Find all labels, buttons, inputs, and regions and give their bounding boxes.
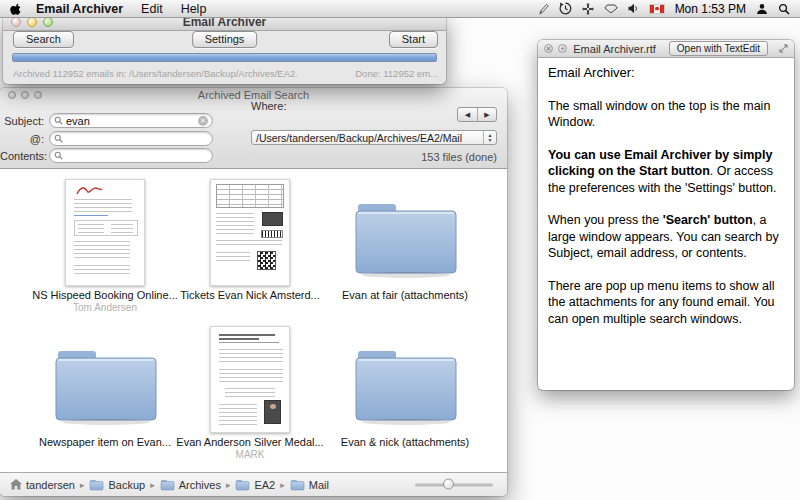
forward-button[interactable]: ▶ <box>477 108 496 121</box>
quicklook-title: Email Archiver.rtf <box>573 43 656 55</box>
archived-email-search-window: Archived Email Search Subject: evan ✕ @:… <box>0 88 507 496</box>
subject-search-field[interactable]: evan ✕ <box>49 113 213 128</box>
document-thumbnail-article[interactable] <box>210 326 290 433</box>
desktop: { "menubar": { "app_name": "Email Archiv… <box>0 0 800 500</box>
popup-stepper-icon: ▲▼ <box>483 131 496 144</box>
item-label: Evan & nick (attachments) <box>341 436 469 448</box>
search-window-header: Archived Email Search Subject: evan ✕ @:… <box>0 88 507 169</box>
canada-flag-icon[interactable] <box>649 4 665 14</box>
close-button[interactable] <box>8 91 16 99</box>
where-value: /Users/tandersen/Backup/Archives/EA2/Mai… <box>252 132 483 144</box>
list-item[interactable]: Newspaper item on Evan... <box>30 323 180 460</box>
path-separator: ▸ <box>150 480 155 490</box>
expand-icon[interactable] <box>779 44 788 53</box>
path-separator: ▸ <box>226 480 231 490</box>
zoom-button[interactable] <box>43 17 53 27</box>
quicklook-window: ✕ + Email Archiver.rtf Open with TextEdi… <box>538 40 794 390</box>
address-search-field[interactable] <box>49 131 213 146</box>
search-icon <box>54 116 63 125</box>
item-label: Newspaper item on Evan... <box>39 436 171 448</box>
minimize-button[interactable] <box>27 17 37 27</box>
menu-app-name[interactable]: Email Archiver <box>36 2 123 16</box>
menu-clock[interactable]: Mon 1:53 PM <box>675 2 746 16</box>
move-arrows-icon[interactable] <box>582 3 594 15</box>
subject-label: Subject: <box>0 115 44 127</box>
icon-size-slider[interactable] <box>415 483 493 486</box>
fullscreen-icon[interactable]: + <box>558 44 567 53</box>
volume-icon[interactable] <box>628 3 639 14</box>
menu-bar: Email Archiver Edit Help Mon 1:53 PM <box>0 0 800 18</box>
where-label: Where: <box>251 100 286 112</box>
path-item-home[interactable]: tandersen <box>10 479 75 491</box>
document-thumbnail-booking[interactable] <box>65 179 145 286</box>
status-text-left: Archived 112952 emails in: /Users/tander… <box>13 68 298 79</box>
doc-paragraph: When you press the 'Search' button, a la… <box>548 212 784 262</box>
minimize-button[interactable] <box>21 91 29 99</box>
home-icon <box>10 479 22 490</box>
search-button[interactable]: Search <box>13 31 74 48</box>
folder-icon <box>89 479 104 491</box>
list-item[interactable]: Tickets Evan Nick Amsterd... <box>175 176 325 313</box>
red-logo-scribble <box>75 184 103 197</box>
pen-tablet-icon[interactable] <box>538 3 549 15</box>
path-bar: tandersen ▸ Backup ▸ Archives ▸ EA2 ▸ Ma… <box>0 472 507 496</box>
document-thumbnail-ticket[interactable] <box>210 179 290 286</box>
folder-icon <box>235 479 250 491</box>
doc-heading: Email Archiver: <box>548 65 784 82</box>
folder-icon <box>290 479 305 491</box>
apple-menu-icon[interactable] <box>10 2 22 16</box>
menu-help[interactable]: Help <box>181 2 207 16</box>
quicklook-document-body: Email Archiver: The small window on the … <box>538 58 794 350</box>
item-label: NS Hispeed Booking Online... <box>32 289 178 301</box>
contents-label: Contents: <box>0 150 44 162</box>
contents-search-field[interactable] <box>49 148 213 163</box>
path-separator: ▸ <box>80 480 85 490</box>
status-text-right: Done: 112952 em... <box>355 68 438 79</box>
back-forward-control: ◀ ▶ <box>457 107 497 122</box>
list-item[interactable]: Evan at fair (attachments) <box>330 176 480 313</box>
menu-edit[interactable]: Edit <box>141 2 163 16</box>
path-item-ea2[interactable]: EA2 <box>235 479 275 491</box>
progress-bar <box>12 53 437 62</box>
search-results-area: NS Hispeed Booking Online... Tom Anderse… <box>0 169 507 472</box>
path-item-backup[interactable]: Backup <box>89 479 145 491</box>
search-icon <box>54 134 63 143</box>
spotlight-search-icon[interactable] <box>778 3 790 15</box>
item-label: Evan at fair (attachments) <box>342 289 468 301</box>
start-button[interactable]: Start <box>389 31 438 48</box>
back-button[interactable]: ◀ <box>458 108 477 121</box>
time-machine-icon[interactable] <box>559 2 572 15</box>
path-item-archives[interactable]: Archives <box>160 479 221 491</box>
item-label: Tickets Evan Nick Amsterd... <box>180 289 320 301</box>
item-sublabel: Tom Andersen <box>73 302 137 313</box>
results-count: 153 files (done) <box>421 151 497 163</box>
slider-knob[interactable] <box>443 479 454 490</box>
close-icon[interactable]: ✕ <box>544 44 553 53</box>
search-icon <box>54 151 63 160</box>
doc-paragraph: The small window on the top is the main … <box>548 98 784 131</box>
fast-user-switch-icon[interactable] <box>756 3 768 15</box>
folder-icon[interactable] <box>348 193 462 281</box>
path-item-mail[interactable]: Mail <box>290 479 329 491</box>
doc-paragraph: You can use Email Archiver by simply cli… <box>548 147 784 197</box>
folder-icon[interactable] <box>348 340 462 428</box>
diamond-icon[interactable] <box>604 4 618 14</box>
settings-button[interactable]: Settings <box>192 31 258 48</box>
item-label: Evan Anderson Silver Medal... <box>176 436 323 448</box>
close-button[interactable] <box>11 17 21 27</box>
quicklook-titlebar[interactable]: ✕ + Email Archiver.rtf Open with TextEdi… <box>538 40 794 58</box>
menu-bar-extras: Mon 1:53 PM <box>538 2 790 16</box>
folder-icon <box>160 479 175 491</box>
at-label: @: <box>0 133 44 145</box>
list-item[interactable]: Evan Anderson Silver Medal... MARK <box>175 323 325 460</box>
clear-icon[interactable]: ✕ <box>198 116 208 126</box>
subject-value: evan <box>66 115 90 127</box>
list-item[interactable]: Evan & nick (attachments) <box>330 323 480 460</box>
folder-icon[interactable] <box>48 340 162 428</box>
doc-paragraph: There are pop up menu items to show all … <box>548 278 784 328</box>
list-item[interactable]: NS Hispeed Booking Online... Tom Anderse… <box>30 176 180 313</box>
open-with-textedit-button[interactable]: Open with TextEdit <box>669 41 768 56</box>
email-archiver-main-window: Email Archiver Search Settings Start Arc… <box>3 14 446 84</box>
zoom-button[interactable] <box>34 91 42 99</box>
where-popup-menu[interactable]: /Users/tandersen/Backup/Archives/EA2/Mai… <box>251 130 497 145</box>
